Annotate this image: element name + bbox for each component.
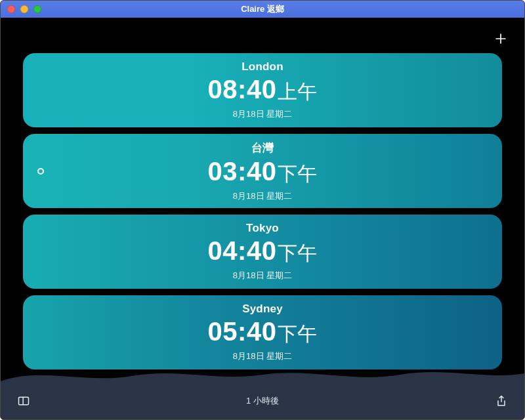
city-name: Tokyo: [246, 222, 279, 235]
city-card[interactable]: 台灣 03:40 下午 8月18日 星期二: [23, 134, 502, 208]
city-time: 04:40: [208, 236, 277, 266]
close-window-button[interactable]: [7, 5, 15, 13]
footer-bar: 1 小時後: [1, 383, 524, 419]
city-time-row: 05:40 下午: [208, 317, 318, 348]
city-card[interactable]: Sydney 05:40 下午 8月18日 星期二: [23, 295, 502, 369]
city-name: London: [242, 60, 284, 74]
window-title: Claire 返鄉: [1, 3, 524, 15]
city-date: 8月18日 星期二: [233, 350, 292, 362]
add-city-button[interactable]: [492, 30, 510, 48]
city-ampm: 下午: [278, 161, 317, 188]
city-name: 台灣: [251, 140, 274, 156]
minimize-window-button[interactable]: [20, 5, 28, 13]
plus-icon: [494, 32, 507, 45]
city-list: London 08:40 上午 8月18日 星期二 台灣 03:40 下午 8月…: [23, 53, 502, 369]
city-ampm: 下午: [278, 321, 317, 348]
city-time-row: 08:40 上午: [208, 75, 318, 106]
city-name: Sydney: [242, 303, 283, 316]
app-window: Claire 返鄉 London 08:40 上午 8月18日 星期二 台灣: [0, 0, 525, 420]
city-time: 08:40: [208, 75, 277, 104]
city-date: 8月18日 星期二: [233, 108, 292, 120]
window-controls: [1, 5, 41, 13]
city-time-row: 03:40 下午: [208, 157, 318, 188]
current-location-indicator-icon: [37, 168, 44, 175]
city-card[interactable]: London 08:40 上午 8月18日 星期二: [23, 53, 502, 127]
city-ampm: 上午: [278, 79, 317, 106]
city-time: 05:40: [208, 317, 277, 346]
time-offset-label: 1 小時後: [1, 395, 524, 407]
city-time-row: 04:40 下午: [208, 236, 318, 267]
titlebar[interactable]: Claire 返鄉: [1, 1, 524, 18]
city-ampm: 下午: [278, 240, 317, 267]
city-date: 8月18日 星期二: [233, 270, 292, 282]
city-date: 8月18日 星期二: [233, 190, 292, 202]
content-area: London 08:40 上午 8月18日 星期二 台灣 03:40 下午 8月…: [1, 18, 524, 419]
zoom-window-button[interactable]: [33, 5, 41, 13]
city-time: 03:40: [208, 157, 277, 186]
city-card[interactable]: Tokyo 04:40 下午 8月18日 星期二: [23, 215, 502, 289]
